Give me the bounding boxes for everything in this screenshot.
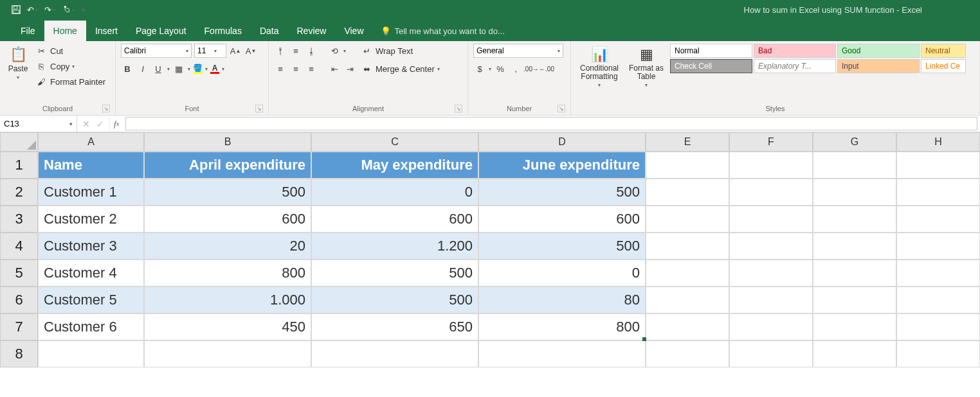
tab-insert[interactable]: Insert: [86, 21, 127, 41]
border-button[interactable]: ▦: [172, 62, 185, 75]
col-header-A[interactable]: A: [38, 132, 144, 152]
tab-data[interactable]: Data: [251, 21, 288, 41]
style-neutral[interactable]: Neutral: [921, 44, 966, 58]
cell-B5[interactable]: 800: [144, 260, 311, 287]
cell-A3[interactable]: Customer 2: [38, 206, 144, 233]
cell-E4[interactable]: [646, 233, 729, 260]
name-box[interactable]: ▾: [0, 116, 77, 132]
cell-E3[interactable]: [646, 206, 729, 233]
style-linked-cell[interactable]: Linked Ce: [921, 59, 966, 73]
cell-F7[interactable]: [729, 313, 813, 340]
align-center-icon[interactable]: ≡: [289, 62, 302, 75]
format-painter-button[interactable]: 🖌 Format Painter: [35, 75, 105, 89]
tab-page-layout[interactable]: Page Layout: [127, 21, 195, 41]
cell-D2[interactable]: 500: [478, 179, 646, 206]
cell-B1[interactable]: April expenditure: [144, 152, 311, 179]
row-header-6[interactable]: 6: [0, 287, 38, 313]
cell-B2[interactable]: 500: [144, 179, 311, 206]
cell-A5[interactable]: Customer 4: [38, 260, 144, 287]
increase-font-icon[interactable]: A▲: [229, 44, 242, 57]
cell-E2[interactable]: [646, 179, 729, 206]
cell-A1[interactable]: Name: [38, 152, 144, 179]
cell-G6[interactable]: [813, 287, 896, 313]
cell-E8[interactable]: [646, 340, 729, 367]
tab-review[interactable]: Review: [288, 21, 336, 41]
cell-H2[interactable]: [896, 179, 980, 206]
cell-C2[interactable]: 0: [311, 179, 478, 206]
font-size-input[interactable]: [197, 46, 214, 55]
style-good[interactable]: Good: [837, 44, 920, 58]
cell-D6[interactable]: 80: [478, 287, 646, 313]
cell-C5[interactable]: 500: [311, 260, 478, 287]
align-right-icon[interactable]: ≡: [305, 62, 318, 75]
cell-H7[interactable]: [896, 313, 980, 340]
cell-F2[interactable]: [729, 179, 813, 206]
font-launcher-icon[interactable]: ↘: [255, 105, 263, 112]
row-header-7[interactable]: 7: [0, 313, 38, 340]
save-icon[interactable]: [12, 5, 21, 14]
cell-C7[interactable]: 650: [311, 313, 478, 340]
formula-input[interactable]: [125, 117, 977, 130]
alignment-launcher-icon[interactable]: ↘: [455, 105, 462, 112]
col-header-H[interactable]: H: [896, 132, 980, 152]
cell-C1[interactable]: May expenditure: [311, 152, 478, 179]
underline-button[interactable]: U: [152, 62, 165, 75]
font-size-combo[interactable]: ▾: [194, 44, 226, 58]
tab-home[interactable]: Home: [44, 21, 86, 41]
cell-G1[interactable]: [813, 152, 896, 179]
cell-B8[interactable]: [144, 340, 311, 367]
row-header-5[interactable]: 5: [0, 260, 38, 287]
cell-H5[interactable]: [896, 260, 980, 287]
cell-A6[interactable]: Customer 5: [38, 287, 144, 313]
cell-H3[interactable]: [896, 206, 980, 233]
align-top-icon[interactable]: ⭱: [274, 44, 287, 57]
tab-file[interactable]: File: [12, 21, 44, 41]
decrease-font-icon[interactable]: A▼: [244, 44, 257, 57]
enter-formula-icon[interactable]: ✓: [96, 119, 104, 129]
align-left-icon[interactable]: ≡: [274, 62, 287, 75]
undo-icon[interactable]: ↶ ▾: [27, 5, 38, 15]
style-bad[interactable]: Bad: [754, 44, 836, 58]
style-input[interactable]: Input: [837, 59, 920, 73]
cell-E1[interactable]: [646, 152, 729, 179]
align-middle-icon[interactable]: ≡: [289, 44, 302, 57]
cell-F3[interactable]: [729, 206, 813, 233]
number-launcher-icon[interactable]: ↘: [558, 105, 565, 112]
cell-A4[interactable]: Customer 3: [38, 233, 144, 260]
cell-D7[interactable]: 800: [478, 313, 646, 340]
cell-F4[interactable]: [729, 233, 813, 260]
row-header-4[interactable]: 4: [0, 233, 38, 260]
cell-A7[interactable]: Customer 6: [38, 313, 144, 340]
style-check-cell[interactable]: Check Cell: [670, 59, 752, 73]
name-box-dropdown-icon[interactable]: ▾: [69, 121, 73, 127]
comma-format-icon[interactable]: ,: [509, 62, 522, 75]
accounting-format-icon[interactable]: $: [473, 62, 486, 75]
cell-G7[interactable]: [813, 313, 896, 340]
cell-B7[interactable]: 450: [144, 313, 311, 340]
copy-button[interactable]: ⎘ Copy ▾: [35, 59, 105, 73]
cell-G5[interactable]: [813, 260, 896, 287]
percent-format-icon[interactable]: %: [494, 62, 507, 75]
cell-H1[interactable]: [896, 152, 980, 179]
row-header-2[interactable]: 2: [0, 179, 38, 206]
customize-qat-icon[interactable]: ▾: [81, 5, 86, 15]
col-header-G[interactable]: G: [813, 132, 896, 152]
cell-F8[interactable]: [729, 340, 813, 367]
redo-icon[interactable]: ↷ ▾: [44, 5, 55, 15]
merge-center-button[interactable]: ⬌ Merge & Center ▾: [360, 62, 440, 76]
cell-D8[interactable]: [478, 340, 646, 367]
cell-D5[interactable]: 0: [478, 260, 646, 287]
cell-G8[interactable]: [813, 340, 896, 367]
cell-B6[interactable]: 1.000: [144, 287, 311, 313]
tab-view[interactable]: View: [335, 21, 372, 41]
fill-color-button[interactable]: 🪣: [193, 64, 203, 74]
cell-G3[interactable]: [813, 206, 896, 233]
orientation-icon[interactable]: ⟲: [328, 44, 341, 57]
cell-C3[interactable]: 600: [311, 206, 478, 233]
conditional-formatting-button[interactable]: 📊 Conditional Formatting ▾: [576, 44, 622, 91]
col-header-B[interactable]: B: [144, 132, 311, 152]
cell-E5[interactable]: [646, 260, 729, 287]
wrap-text-button[interactable]: ↵ Wrap Text: [360, 44, 440, 58]
tab-formulas[interactable]: Formulas: [195, 21, 251, 41]
cell-G4[interactable]: [813, 233, 896, 260]
